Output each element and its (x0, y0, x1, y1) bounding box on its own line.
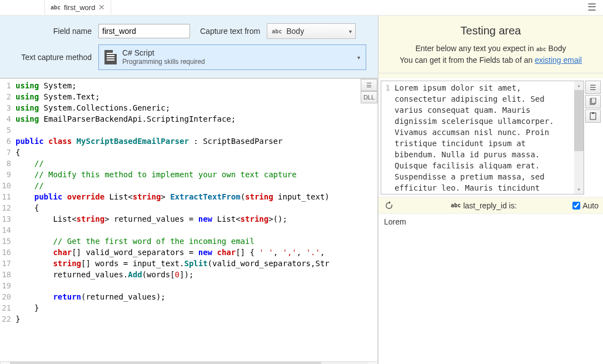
dll-button[interactable]: DLL (361, 91, 377, 103)
auto-checkbox-input[interactable] (572, 202, 580, 210)
copy-button[interactable] (585, 95, 601, 108)
auto-label: Auto (582, 201, 599, 210)
tab-bar: abc first_word ✕ ☰ (0, 0, 603, 16)
horizontal-scrollbar[interactable]: ◂ ▸ (0, 361, 378, 364)
hamburger-icon[interactable]: ☰ (587, 2, 596, 12)
abc-icon: abc (272, 28, 282, 34)
tab-first-word[interactable]: abc first_word ✕ (44, 0, 111, 15)
method-main: C# Script (122, 48, 205, 58)
tab-title: first_word (64, 3, 95, 12)
abc-icon: abc (51, 4, 61, 11)
abc-icon: abc (536, 46, 546, 52)
file-icon (104, 50, 117, 64)
config-panel: Field name Capture text from abc Body ▾ … (0, 16, 378, 78)
field-name-input[interactable] (98, 24, 190, 38)
svg-rect-1 (591, 98, 596, 103)
sample-gutter: 1 (381, 81, 392, 194)
chevron-down-icon: ▾ (349, 28, 352, 34)
sample-text-editor[interactable]: 1 Lorem ipsum dolor sit amet, consectetu… (381, 81, 584, 195)
result-output: Lorem (378, 214, 603, 364)
auto-checkbox[interactable]: Auto (572, 201, 599, 210)
capture-from-dropdown[interactable]: abc Body ▾ (267, 23, 356, 39)
svg-rect-3 (592, 112, 594, 114)
testing-line1a: Enter below any text you expect in (416, 44, 536, 53)
sample-menu-button[interactable]: ☰ (585, 81, 601, 94)
existing-email-link[interactable]: existing email (535, 56, 582, 64)
testing-title: Testing area (385, 24, 596, 37)
field-name-label: Field name (11, 27, 92, 36)
abc-icon: abc (451, 202, 461, 208)
testing-header: Testing area Enter below any text you ex… (378, 16, 603, 73)
scroll-right-icon[interactable]: ▸ (368, 362, 377, 364)
testing-line2a: You can get it from the Fields tab of an (400, 56, 535, 64)
capture-from-value: Body (286, 27, 304, 36)
result-label: last_reply_id is: (463, 201, 517, 210)
testing-line1b: Body (546, 44, 566, 53)
method-label: Text capture method (11, 53, 92, 62)
line-gutter: 12345678910111213141516171819202122 (0, 79, 13, 361)
chevron-down-icon: ▾ (357, 54, 360, 61)
scroll-down-icon[interactable]: ▾ (574, 185, 584, 194)
result-bar: abc last_reply_id is: Auto (378, 197, 603, 214)
scroll-thumb[interactable] (574, 90, 584, 151)
refresh-button[interactable] (383, 200, 395, 212)
capture-from-label: Capture text from (200, 27, 260, 36)
scroll-thumb[interactable] (10, 362, 321, 364)
close-icon[interactable]: ✕ (98, 3, 105, 12)
code-editor[interactable]: 12345678910111213141516171819202122 usin… (0, 78, 378, 361)
sample-text[interactable]: Lorem ipsum dolor sit amet, consectetur … (392, 81, 574, 194)
scroll-up-icon[interactable]: ▴ (574, 81, 584, 90)
vertical-scrollbar[interactable]: ▴ ▾ (574, 81, 584, 194)
code-menu-button[interactable]: ☰ (361, 79, 377, 91)
paste-button[interactable] (585, 109, 601, 123)
capture-method-dropdown[interactable]: C# Script Programming skills required ▾ (98, 44, 366, 70)
method-sub: Programming skills required (122, 58, 205, 66)
scroll-left-icon[interactable]: ◂ (1, 362, 10, 364)
code-content[interactable]: using System;using System.Text;using Sys… (13, 79, 377, 361)
